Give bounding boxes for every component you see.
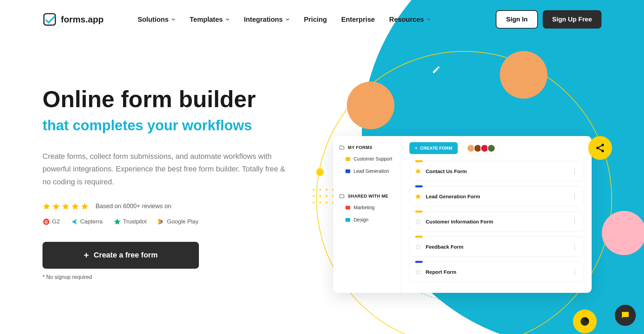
folder-lead-generation[interactable]: Lead Generation <box>333 165 401 177</box>
hero-description: Create forms, collect form submissions, … <box>43 150 287 188</box>
dashboard-main: + CREATE FORM Contact Us Form⋮Lead Gener… <box>401 136 592 293</box>
signup-button[interactable]: Sign Up Free <box>543 10 601 29</box>
form-item[interactable]: Customer Information Form⋮ <box>409 211 583 232</box>
dashboard-sidebar: MY FORMS Customer SupportLead Generation… <box>333 136 401 293</box>
review-platforms: GG2CapterraTrustpilotGoogle Play <box>43 218 287 226</box>
chevron-down-icon <box>225 17 230 21</box>
star-icon <box>43 202 51 211</box>
nav-item-enterprise[interactable]: Enterprise <box>341 16 375 23</box>
nav-item-templates[interactable]: Templates <box>190 16 230 23</box>
form-name: Feedback Form <box>426 244 463 250</box>
chevron-down-icon <box>171 17 175 21</box>
shared-icon <box>339 194 344 199</box>
logo-text: forms.app <box>61 14 104 25</box>
shared-section: SHARED WITH ME <box>333 191 401 201</box>
hero-title: Online form builder <box>43 86 287 112</box>
chevron-down-icon <box>427 17 431 21</box>
svg-point-3 <box>601 144 604 147</box>
svg-point-5 <box>601 150 604 152</box>
main-nav: SolutionsTemplatesIntegrationsPricingEnt… <box>138 16 431 23</box>
form-name: Lead Generation Form <box>426 194 480 199</box>
rating-row: Based on 6000+ reviews on <box>43 202 287 211</box>
create-form-label: CREATE FORM <box>420 146 452 151</box>
form-name: Customer Information Form <box>426 219 493 224</box>
dashboard-mockup: MY FORMS Customer SupportLead Generation… <box>333 136 592 293</box>
avatar-person-2 <box>500 51 547 99</box>
form-item[interactable]: Feedback Form⋮ <box>409 236 583 257</box>
folder-customer-support[interactable]: Customer Support <box>333 153 401 165</box>
yellow-dot <box>316 168 324 176</box>
dashboard-topbar: + CREATE FORM <box>409 142 583 154</box>
form-menu-icon[interactable]: ⋮ <box>572 193 578 200</box>
star-icon <box>81 202 89 211</box>
folder-design[interactable]: Design <box>333 214 401 226</box>
star-icon[interactable] <box>415 219 421 224</box>
cta-note: * No signup required <box>43 274 287 280</box>
form-item[interactable]: Contact Us Form⋮ <box>409 161 583 181</box>
platform-trustpilot[interactable]: Trustpilot <box>114 218 147 226</box>
star-icon <box>71 202 79 211</box>
chat-icon <box>620 310 630 320</box>
nav-item-pricing[interactable]: Pricing <box>304 16 327 23</box>
shared-label: SHARED WITH ME <box>348 194 388 199</box>
form-item[interactable]: Report Form⋮ <box>409 262 583 282</box>
my-forms-section: MY FORMS <box>333 142 401 153</box>
hero-subtitle: that completes your workflows <box>43 117 287 134</box>
star-icon <box>52 202 60 211</box>
folder-icon <box>339 145 344 150</box>
platform-google-play[interactable]: Google Play <box>157 218 199 226</box>
nav-item-resources[interactable]: Resources <box>389 16 430 23</box>
form-menu-icon[interactable]: ⋮ <box>572 218 578 225</box>
form-item[interactable]: Lead Generation Form⋮ <box>409 186 583 206</box>
form-menu-icon[interactable]: ⋮ <box>572 167 578 175</box>
logo-icon <box>43 12 57 27</box>
plus-icon: + <box>84 250 89 261</box>
svg-text:G: G <box>45 220 48 224</box>
rating-text: Based on 6000+ reviews on <box>96 203 171 210</box>
chat-widget[interactable] <box>615 305 636 326</box>
form-name: Report Form <box>426 269 456 275</box>
star-icon[interactable] <box>415 194 421 199</box>
svg-rect-0 <box>44 14 55 25</box>
header-actions: Sign In Sign Up Free <box>496 10 601 29</box>
create-form-button[interactable]: + CREATE FORM <box>409 142 458 154</box>
logo[interactable]: forms.app <box>43 12 104 27</box>
rating-stars <box>43 202 89 211</box>
avatar-person-1 <box>347 82 394 129</box>
platform-g2[interactable]: GG2 <box>43 218 60 226</box>
platform-capterra[interactable]: Capterra <box>71 218 103 226</box>
share-icon <box>595 143 605 153</box>
pie-chart-icon <box>580 316 590 327</box>
nav-item-integrations[interactable]: Integrations <box>244 16 289 23</box>
form-menu-icon[interactable]: ⋮ <box>572 268 578 275</box>
folder-marketing[interactable]: Marketing <box>333 201 401 214</box>
share-node <box>588 136 612 160</box>
star-icon[interactable] <box>415 269 421 275</box>
star-icon[interactable] <box>415 244 421 250</box>
form-menu-icon[interactable]: ⋮ <box>572 243 578 250</box>
user-avatar <box>487 144 495 152</box>
star-icon <box>62 202 70 211</box>
star-icon[interactable] <box>415 168 421 174</box>
form-name: Contact Us Form <box>426 168 467 174</box>
hero-content: Online form builder that completes your … <box>43 86 287 280</box>
nav-item-solutions[interactable]: Solutions <box>138 16 175 23</box>
plus-icon: + <box>415 146 418 151</box>
signin-button[interactable]: Sign In <box>496 10 538 29</box>
create-form-cta[interactable]: + Create a free form <box>43 242 199 269</box>
cta-label: Create a free form <box>94 251 157 260</box>
user-avatars[interactable] <box>464 143 498 154</box>
my-forms-label: MY FORMS <box>348 145 372 150</box>
header: forms.app SolutionsTemplatesIntegrations… <box>0 0 644 39</box>
avatar-person-3 <box>602 211 644 255</box>
chart-node <box>573 310 597 333</box>
pencil-icon <box>432 65 441 74</box>
svg-point-4 <box>596 147 599 149</box>
chevron-down-icon <box>286 17 290 21</box>
edit-node <box>424 58 448 82</box>
